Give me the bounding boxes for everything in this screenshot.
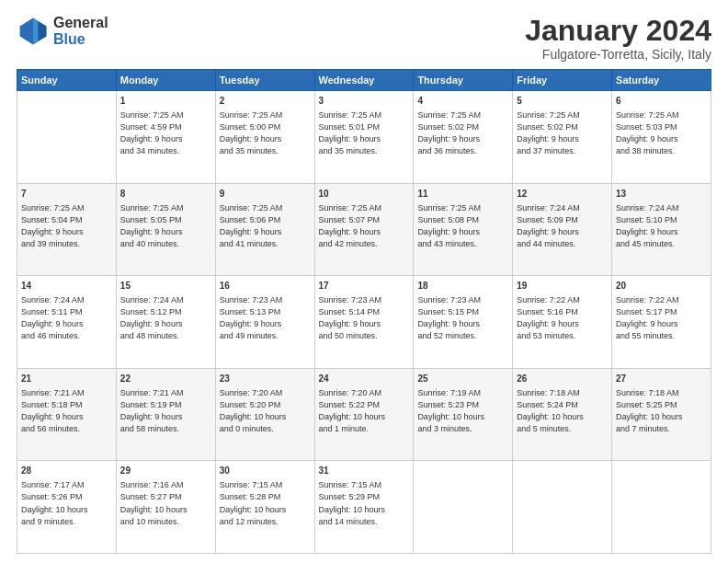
calendar-cell: 24Sunrise: 7:20 AM Sunset: 5:22 PM Dayli… [314, 368, 414, 461]
day-number: 20 [616, 280, 707, 293]
calendar-cell: 20Sunrise: 7:22 AM Sunset: 5:17 PM Dayli… [612, 276, 711, 369]
cell-content: Sunrise: 7:25 AM Sunset: 5:00 PM Dayligh… [220, 109, 311, 157]
page-subtitle: Fulgatore-Torretta, Sicily, Italy [525, 47, 711, 62]
cell-content: Sunrise: 7:23 AM Sunset: 5:14 PM Dayligh… [319, 294, 410, 342]
table-row: 1Sunrise: 7:25 AM Sunset: 4:59 PM Daylig… [17, 91, 711, 184]
cell-content: Sunrise: 7:25 AM Sunset: 5:02 PM Dayligh… [517, 109, 608, 157]
day-number: 24 [319, 373, 410, 385]
day-number: 31 [319, 465, 410, 477]
cell-content: Sunrise: 7:25 AM Sunset: 5:08 PM Dayligh… [417, 202, 508, 250]
calendar-cell: 15Sunrise: 7:24 AM Sunset: 5:12 PM Dayli… [116, 276, 215, 369]
calendar-cell: 9Sunrise: 7:25 AM Sunset: 5:06 PM Daylig… [215, 183, 314, 276]
day-number: 26 [517, 373, 608, 385]
cell-content: Sunrise: 7:25 AM Sunset: 5:04 PM Dayligh… [21, 202, 112, 250]
cell-content: Sunrise: 7:21 AM Sunset: 5:18 PM Dayligh… [21, 387, 112, 435]
day-number: 21 [21, 373, 112, 385]
calendar-cell: 19Sunrise: 7:22 AM Sunset: 5:16 PM Dayli… [513, 276, 612, 369]
calendar-cell: 16Sunrise: 7:23 AM Sunset: 5:13 PM Dayli… [215, 276, 314, 369]
calendar-cell [17, 91, 117, 184]
calendar-cell: 6Sunrise: 7:25 AM Sunset: 5:03 PM Daylig… [612, 91, 711, 184]
day-number: 7 [21, 188, 112, 201]
svg-marker-2 [33, 18, 38, 45]
table-row: 7Sunrise: 7:25 AM Sunset: 5:04 PM Daylig… [17, 183, 711, 276]
day-number: 30 [220, 465, 311, 477]
table-row: 21Sunrise: 7:21 AM Sunset: 5:18 PM Dayli… [17, 368, 711, 461]
calendar-body: 1Sunrise: 7:25 AM Sunset: 4:59 PM Daylig… [17, 91, 711, 554]
cell-content: Sunrise: 7:18 AM Sunset: 5:25 PM Dayligh… [616, 387, 707, 435]
calendar-cell: 23Sunrise: 7:20 AM Sunset: 5:20 PM Dayli… [215, 368, 314, 461]
calendar-cell: 1Sunrise: 7:25 AM Sunset: 4:59 PM Daylig… [116, 91, 215, 184]
day-number: 6 [616, 95, 707, 108]
calendar-cell: 8Sunrise: 7:25 AM Sunset: 5:05 PM Daylig… [116, 183, 215, 276]
day-number: 17 [319, 280, 410, 293]
col-sunday: Sunday [17, 70, 117, 91]
calendar-cell: 5Sunrise: 7:25 AM Sunset: 5:02 PM Daylig… [513, 91, 612, 184]
cell-content: Sunrise: 7:24 AM Sunset: 5:09 PM Dayligh… [517, 202, 608, 250]
cell-content: Sunrise: 7:25 AM Sunset: 4:59 PM Dayligh… [120, 109, 211, 157]
cell-content: Sunrise: 7:25 AM Sunset: 5:03 PM Dayligh… [616, 109, 707, 157]
day-number: 4 [417, 95, 508, 108]
cell-content: Sunrise: 7:15 AM Sunset: 5:28 PM Dayligh… [220, 479, 311, 527]
calendar-cell: 21Sunrise: 7:21 AM Sunset: 5:18 PM Dayli… [17, 368, 117, 461]
day-number: 19 [517, 280, 608, 293]
day-number: 23 [220, 373, 311, 385]
calendar-cell: 29Sunrise: 7:16 AM Sunset: 5:27 PM Dayli… [116, 461, 215, 554]
calendar-table: Sunday Monday Tuesday Wednesday Thursday… [17, 69, 711, 554]
day-number: 25 [417, 373, 508, 385]
col-tuesday: Tuesday [215, 70, 314, 91]
day-number: 1 [120, 95, 211, 108]
table-row: 14Sunrise: 7:24 AM Sunset: 5:11 PM Dayli… [17, 276, 711, 369]
page-title: January 2024 [525, 15, 711, 47]
calendar-cell [414, 461, 513, 554]
day-number: 9 [220, 188, 311, 201]
day-number: 13 [616, 188, 707, 201]
day-number: 22 [120, 373, 211, 385]
calendar-cell: 17Sunrise: 7:23 AM Sunset: 5:14 PM Dayli… [314, 276, 414, 369]
logo-general-label: General [53, 15, 108, 31]
title-block: January 2024 Fulgatore-Torretta, Sicily,… [525, 15, 711, 62]
logo: General Blue [17, 15, 108, 48]
calendar-cell: 12Sunrise: 7:24 AM Sunset: 5:09 PM Dayli… [513, 183, 612, 276]
logo-icon [17, 15, 50, 48]
table-row: 28Sunrise: 7:17 AM Sunset: 5:26 PM Dayli… [17, 461, 711, 554]
cell-content: Sunrise: 7:19 AM Sunset: 5:23 PM Dayligh… [417, 387, 508, 435]
day-number: 5 [517, 95, 608, 108]
calendar-cell: 31Sunrise: 7:15 AM Sunset: 5:29 PM Dayli… [314, 461, 414, 554]
calendar-cell: 18Sunrise: 7:23 AM Sunset: 5:15 PM Dayli… [414, 276, 513, 369]
page: General Blue January 2024 Fulgatore-Torr… [0, 0, 728, 563]
day-number: 14 [21, 280, 112, 293]
cell-content: Sunrise: 7:20 AM Sunset: 5:20 PM Dayligh… [220, 387, 311, 435]
calendar-cell: 28Sunrise: 7:17 AM Sunset: 5:26 PM Dayli… [17, 461, 117, 554]
day-number: 10 [319, 188, 410, 201]
calendar-header: Sunday Monday Tuesday Wednesday Thursday… [17, 70, 711, 91]
cell-content: Sunrise: 7:25 AM Sunset: 5:05 PM Dayligh… [120, 202, 211, 250]
calendar-cell: 27Sunrise: 7:18 AM Sunset: 5:25 PM Dayli… [612, 368, 711, 461]
cell-content: Sunrise: 7:23 AM Sunset: 5:13 PM Dayligh… [220, 294, 311, 342]
calendar-cell: 3Sunrise: 7:25 AM Sunset: 5:01 PM Daylig… [314, 91, 414, 184]
header: General Blue January 2024 Fulgatore-Torr… [17, 15, 711, 62]
cell-content: Sunrise: 7:22 AM Sunset: 5:17 PM Dayligh… [616, 294, 707, 342]
calendar-cell: 4Sunrise: 7:25 AM Sunset: 5:02 PM Daylig… [414, 91, 513, 184]
cell-content: Sunrise: 7:25 AM Sunset: 5:07 PM Dayligh… [319, 202, 410, 250]
cell-content: Sunrise: 7:18 AM Sunset: 5:24 PM Dayligh… [517, 387, 608, 435]
calendar-cell [612, 461, 711, 554]
col-wednesday: Wednesday [314, 70, 414, 91]
col-monday: Monday [116, 70, 215, 91]
calendar-cell: 13Sunrise: 7:24 AM Sunset: 5:10 PM Dayli… [612, 183, 711, 276]
calendar-cell: 26Sunrise: 7:18 AM Sunset: 5:24 PM Dayli… [513, 368, 612, 461]
calendar-cell: 14Sunrise: 7:24 AM Sunset: 5:11 PM Dayli… [17, 276, 117, 369]
day-number: 27 [616, 373, 707, 385]
day-number: 2 [220, 95, 311, 108]
cell-content: Sunrise: 7:24 AM Sunset: 5:12 PM Dayligh… [120, 294, 211, 342]
logo-blue-label: Blue [53, 31, 108, 48]
calendar-cell: 25Sunrise: 7:19 AM Sunset: 5:23 PM Dayli… [414, 368, 513, 461]
day-number: 15 [120, 280, 211, 293]
calendar-cell: 22Sunrise: 7:21 AM Sunset: 5:19 PM Dayli… [116, 368, 215, 461]
cell-content: Sunrise: 7:25 AM Sunset: 5:06 PM Dayligh… [220, 202, 311, 250]
day-number: 3 [319, 95, 410, 108]
col-saturday: Saturday [612, 70, 711, 91]
cell-content: Sunrise: 7:16 AM Sunset: 5:27 PM Dayligh… [120, 479, 211, 527]
calendar-cell [513, 461, 612, 554]
calendar-cell: 11Sunrise: 7:25 AM Sunset: 5:08 PM Dayli… [414, 183, 513, 276]
cell-content: Sunrise: 7:21 AM Sunset: 5:19 PM Dayligh… [120, 387, 211, 435]
